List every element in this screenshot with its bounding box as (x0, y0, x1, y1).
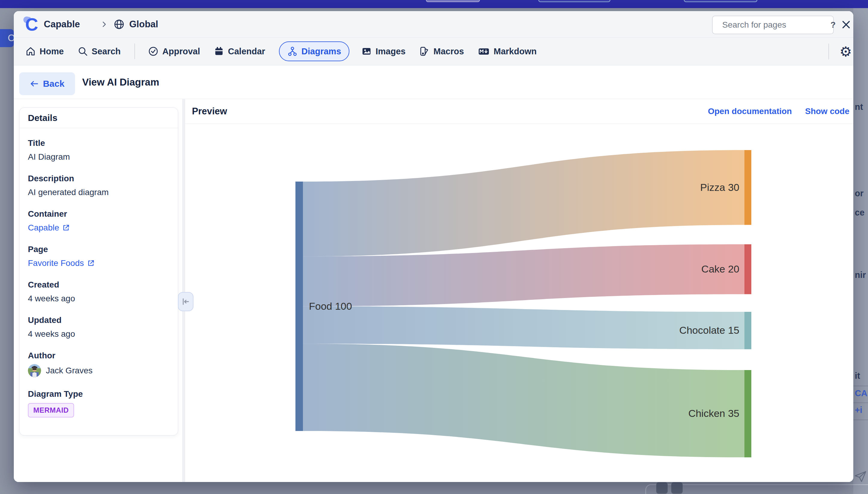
background-text-fragment: nir (855, 270, 866, 280)
preview-panel: Preview Open documentation Show code (185, 99, 853, 482)
external-link-icon (62, 224, 70, 232)
open-documentation-link[interactable]: Open documentation (708, 107, 792, 116)
chevron-right-icon (100, 11, 108, 38)
avatar (28, 364, 41, 377)
field-diagram-type: Diagram Type MERMAID (28, 389, 170, 417)
nav-label: Search (92, 46, 121, 56)
field-label: Page (28, 245, 170, 254)
field-value: AI generated diagram (28, 188, 170, 197)
image-icon (361, 46, 372, 56)
nav-item-macros[interactable]: Macros (419, 46, 464, 56)
nav-item-approval[interactable]: Approval (148, 46, 200, 56)
field-created: Created 4 weeks ago (28, 280, 170, 303)
container-link[interactable]: Capable (28, 223, 170, 233)
collapse-left-icon (181, 298, 190, 306)
check-circle-icon (148, 46, 158, 56)
background-text-fragment: ce (855, 208, 864, 217)
field-updated: Updated 4 weeks ago (28, 316, 170, 339)
container-link-label: Capable (28, 223, 59, 233)
nav-label: Macros (433, 46, 464, 56)
logo-letter: C (25, 14, 38, 35)
view-ai-diagram-modal: C Capable Global ? (14, 11, 853, 482)
background-divider-fragment (853, 420, 868, 420)
field-title: Title AI Diagram (28, 138, 170, 162)
nav-item-home[interactable]: Home (25, 46, 64, 56)
back-button[interactable]: Back (19, 72, 75, 95)
breadcrumb-space-label: Global (129, 19, 158, 30)
page-link[interactable]: Favorite Foods (28, 259, 170, 268)
send-icon (854, 470, 867, 482)
author-name: Jack Graves (46, 366, 93, 376)
field-label: Updated (28, 316, 170, 325)
modal-header: C Capable Global ? (14, 11, 853, 38)
gear-icon: ⚙ (840, 43, 852, 60)
calendar-icon (214, 46, 224, 56)
preview-actions: Open documentation Show code (708, 107, 849, 116)
settings-button[interactable]: ⚙ (838, 38, 853, 65)
details-body: Title AI Diagram Description AI generate… (19, 128, 178, 428)
macros-icon (419, 46, 430, 56)
search-input[interactable] (722, 20, 830, 30)
nav-label: Markdown (494, 46, 537, 56)
nav-item-images[interactable]: Images (361, 46, 406, 56)
diagram-type-badge: MERMAID (28, 403, 74, 417)
background-button-fragment (538, 0, 610, 2)
nav-item-markdown[interactable]: Markdown (478, 46, 537, 56)
close-modal-button[interactable] (839, 17, 853, 32)
page-title: View AI Diagram (82, 65, 159, 99)
markdown-icon (478, 46, 490, 56)
background-button-fragment (684, 0, 757, 2)
close-icon (841, 19, 851, 30)
breadcrumb-space[interactable]: Global (114, 11, 158, 38)
screen: O nt or ce nir it CA +i C Capable (0, 0, 868, 494)
nav-label: Calendar (228, 46, 265, 56)
details-heading: Details (19, 108, 178, 128)
field-value: AI Diagram (28, 152, 170, 162)
nav-item-diagrams[interactable]: Diagrams (279, 41, 350, 61)
capable-logo-icon[interactable]: C (23, 15, 39, 33)
details-card: Details Title AI Diagram Description AI … (19, 108, 178, 436)
field-label: Diagram Type (28, 389, 170, 399)
modal-nav: Home Search Approval (14, 38, 853, 65)
background-divider-fragment (853, 402, 868, 403)
nav-label: Approval (162, 46, 200, 56)
background-icon-fragment (671, 482, 683, 494)
field-label: Author (28, 351, 170, 360)
page-search-box[interactable]: ? (712, 16, 834, 34)
nav-separator (828, 43, 829, 59)
nav-label: Home (40, 46, 64, 56)
diagrams-icon (287, 46, 298, 56)
background-page-strip (853, 8, 868, 494)
breadcrumb-app[interactable]: Capable (44, 11, 80, 38)
show-code-link[interactable]: Show code (805, 107, 849, 116)
author-row: Jack Graves (28, 364, 170, 377)
nav-label: Images (376, 46, 406, 56)
field-description: Description AI generated diagram (28, 174, 170, 197)
nav-item-calendar[interactable]: Calendar (214, 46, 265, 56)
nav-item-search[interactable]: Search (78, 46, 121, 56)
field-label: Container (28, 209, 170, 219)
panel-divider (182, 99, 185, 482)
modal-toolbar: Back View AI Diagram (14, 65, 853, 99)
background-text-fragment: or (855, 189, 864, 198)
field-value: 4 weeks ago (28, 294, 170, 303)
search-icon (78, 46, 88, 56)
field-author: Author (28, 351, 170, 377)
background-button-fragment (426, 0, 480, 2)
collapse-sidebar-button[interactable] (178, 292, 194, 311)
background-divider-fragment (853, 386, 868, 386)
external-link-icon (87, 259, 95, 267)
preview-header: Preview Open documentation Show code (185, 99, 853, 124)
background-text-fragment: CA (855, 388, 867, 398)
background-button-fragment-o: O (0, 29, 14, 47)
field-label: Description (28, 174, 170, 183)
back-label: Back (43, 79, 64, 89)
arrow-left-icon (30, 79, 39, 88)
search-shortcut-hint: ? (830, 20, 835, 30)
page-link-label: Favorite Foods (28, 259, 84, 268)
background-text-fragment: it (855, 371, 860, 381)
field-label: Title (28, 138, 170, 148)
field-label: Created (28, 280, 170, 290)
home-icon (25, 46, 36, 56)
field-container: Container Capable (28, 209, 170, 233)
